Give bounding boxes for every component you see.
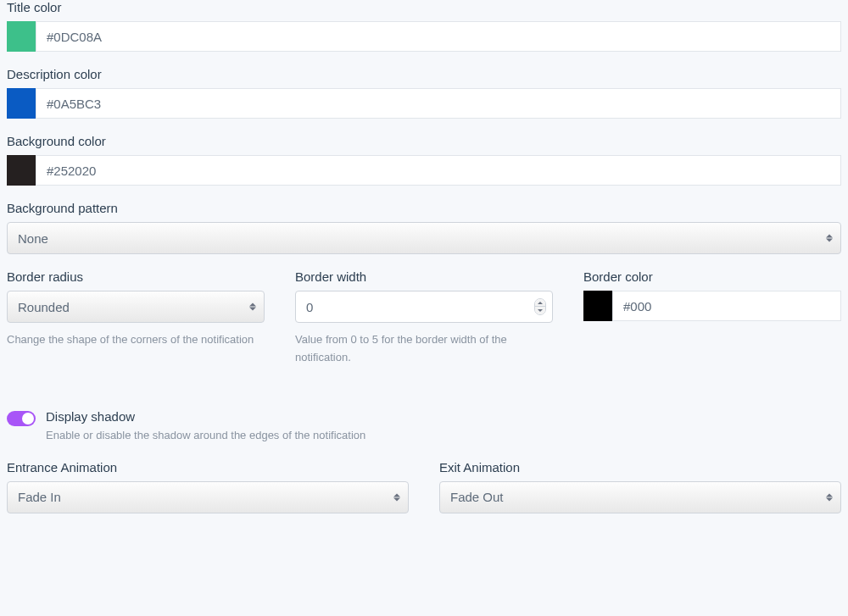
toggle-thumb <box>22 413 34 425</box>
entrance-animation-select[interactable]: Fade In <box>7 481 409 513</box>
display-shadow-help: Enable or disable the shadow around the … <box>46 429 841 441</box>
border-radius-select[interactable]: Rounded <box>7 291 265 323</box>
description-color-swatch[interactable] <box>7 88 36 119</box>
description-color-input[interactable] <box>36 88 841 119</box>
title-color-label: Title color <box>7 0 841 14</box>
display-shadow-label: Display shadow <box>46 409 841 424</box>
border-width-help: Value from 0 to 5 for the border width o… <box>295 331 553 367</box>
border-radius-label: Border radius <box>7 269 265 284</box>
border-radius-help: Change the shape of the corners of the n… <box>7 331 265 349</box>
title-color-swatch[interactable] <box>7 21 36 52</box>
title-color-input[interactable] <box>36 21 841 52</box>
border-width-decrement[interactable] <box>535 307 545 314</box>
border-width-increment[interactable] <box>535 299 545 307</box>
border-width-input[interactable] <box>295 291 553 323</box>
description-color-label: Description color <box>7 67 841 81</box>
exit-animation-label: Exit Animation <box>439 460 841 474</box>
border-color-input[interactable] <box>612 291 841 321</box>
background-pattern-label: Background pattern <box>7 201 841 215</box>
display-shadow-toggle[interactable] <box>7 411 36 426</box>
background-pattern-select[interactable]: None <box>7 222 841 254</box>
background-color-label: Background color <box>7 134 841 148</box>
background-color-input[interactable] <box>36 155 841 186</box>
exit-animation-select[interactable]: Fade Out <box>439 481 841 513</box>
border-width-label: Border width <box>295 269 553 284</box>
entrance-animation-label: Entrance Animation <box>7 460 409 474</box>
border-color-swatch[interactable] <box>583 291 612 321</box>
background-color-swatch[interactable] <box>7 155 36 186</box>
border-color-label: Border color <box>583 269 841 284</box>
